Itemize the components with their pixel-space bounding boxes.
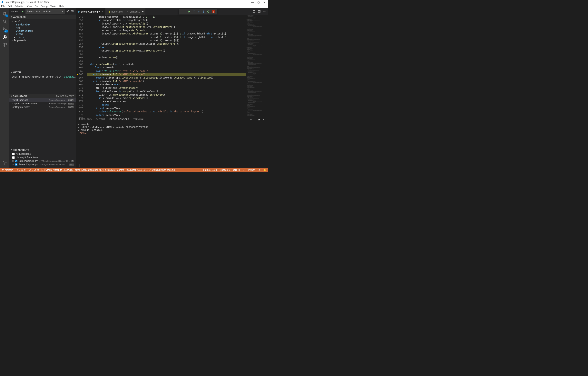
variable-row[interactable]: renderView: [10,23,76,26]
panel-tabs: PROBLEMS OUTPUT DEBUG CONSOLE TERMINAL ⊘… [76,116,268,122]
breakpoint-row[interactable]: ScreenCapture.pyC:\Program Files\Slicer … [10,163,76,166]
status-debug-target[interactable]: Python: Attach to Slicer (D) [41,169,73,171]
debug-console-icon[interactable] [71,10,74,13]
svg-rect-11 [5,43,6,45]
variable-row[interactable]: lm: [10,26,76,29]
svg-line-3 [5,22,6,23]
callstack-header[interactable]: ▾CALL STACK PAUSED ON STEP [10,94,76,98]
variables-header[interactable]: ▾VARIABLES [10,15,76,19]
tab-close-icon[interactable]: × [102,10,103,13]
menu-view[interactable]: View [27,5,32,8]
watch-header[interactable]: ▾WATCH [10,70,76,74]
svg-point-13 [4,162,5,163]
continue-button[interactable] [188,10,191,13]
menu-file[interactable]: File [1,5,5,8]
breakpoint-row[interactable]: ScreenCapture.pyS4\Modules\Scripted\Scre… [10,159,76,163]
callstack-list: viewFromNodeScreenCapture.py866:1capture… [10,98,76,109]
activity-extensions[interactable] [0,41,10,49]
callstack-frame[interactable]: viewFromNodeScreenCapture.py866:1 [10,98,76,102]
activity-explorer[interactable]: 1 [0,10,10,18]
menu-tasks[interactable]: Tasks [50,5,56,8]
menu-edit[interactable]: Edit [8,5,12,8]
status-branch[interactable]: master* [1,169,13,171]
step-out-button[interactable] [202,10,205,13]
activity-search[interactable] [0,18,10,25]
status-lang[interactable]: Python [248,169,255,171]
tab-debug-console[interactable]: DEBUG CONSOLE [110,118,129,122]
step-into-button[interactable] [198,10,200,13]
status-sync[interactable]: 0 3↓ 4↑ [15,169,26,171]
svg-rect-15 [71,10,73,12]
debug-config-toolbar: DEBUG Python: Attach to Slicer ▼ [10,8,76,15]
svg-point-9 [4,36,5,38]
svg-point-18 [203,12,204,12]
breakpoint-row[interactable]: All Exceptions [10,152,76,156]
debug-settings-icon[interactable] [66,10,69,13]
editor-tabs: ⬢ScreenCapture.py×{ }launch.json≡Untitle… [76,8,268,15]
line-gutter[interactable]: 8498508518528538548558568578588598608618… [76,15,87,116]
window-title: ScreenCapture.py - D - Visual Studio Cod… [5,1,251,3]
editor-area: ⬢ScreenCapture.py×{ }launch.json≡Untitle… [76,8,268,168]
stop-button[interactable]: ■ [212,10,215,13]
activity-debug[interactable] [0,33,10,41]
status-error-message[interactable]: error: Application does NOT exists [C:/P… [75,169,176,171]
toggle-panel-icon[interactable] [258,10,261,13]
status-feedback-icon[interactable]: ☺ [258,169,260,171]
clear-icon[interactable]: ⊘ [250,118,252,121]
editor-tab[interactable]: { }launch.json [106,8,125,15]
editor-tab[interactable]: ⬢ScreenCapture.py× [76,8,106,15]
statusbar: master* 0 3↓ 4↑ 0 0 Python: Attach to Sl… [0,168,268,172]
debug-config-select[interactable]: Python: Attach to Slicer ▼ [25,9,65,14]
svg-point-24 [2,170,2,171]
status-eol[interactable]: LF [242,169,245,171]
collapse-icon[interactable]: ⌃ [254,118,256,121]
panel-layout-icon[interactable]: ▣ [258,118,260,121]
vscode-logo-icon [1,1,3,3]
status-spaces[interactable]: Spaces: 2 [220,169,230,171]
breakpoint-row[interactable]: Uncaught Exceptions [10,156,76,159]
menu-debug[interactable]: Debug [41,5,47,8]
debug-console-output[interactable]: viewNode▸(MRMLCorePython.vtkMRMLViewNode… [76,122,268,163]
breakpoints-header[interactable]: ▾BREAKPOINTS [10,148,76,152]
editor-tab[interactable]: ≡Untitled-1 [125,8,145,15]
console-line: 'View1' [78,131,265,134]
svg-point-23 [2,169,2,170]
activity-settings[interactable] [0,159,10,167]
start-debug-button[interactable] [21,10,24,13]
minimap[interactable]: imageHeightOdd = (imageSize[1] & 1 == 1)… [246,15,268,116]
close-button[interactable]: ✕ [263,1,265,4]
activity-scm[interactable]: 97 [0,25,10,33]
svg-point-6 [5,29,6,30]
menu-help[interactable]: Help [59,5,64,8]
debug-console-input[interactable]: › [76,163,268,168]
titlebar: ScreenCapture.py - D - Visual Studio Cod… [0,0,268,4]
status-bell-icon[interactable]: 🔔 [263,169,266,171]
maximize-button[interactable]: ▢ [257,1,260,4]
variable-row[interactable]: ▸slicer: [10,36,76,39]
editor-body[interactable]: 8498508518528538548558568578588598608618… [76,15,268,116]
callstack-frame[interactable]: onCaptureButtonScreenCapture.py542:1 [10,105,76,109]
debug-floating-toolbar[interactable]: ⋮⋮ ■ [179,9,217,14]
menu-selection[interactable]: Selection [14,5,24,8]
restart-button[interactable] [207,10,210,13]
code-content[interactable]: imageHeightOdd = (imageSize[1] & 1 == 1)… [87,15,246,116]
console-line: viewNode [78,123,265,126]
svg-rect-0 [3,12,5,15]
minimize-button[interactable]: — [251,1,254,4]
menu-go[interactable]: Go [35,5,38,8]
step-over-button[interactable] [192,10,196,13]
status-ln-col[interactable]: Ln 866, Col 1 [203,169,217,171]
tab-output[interactable]: OUTPUT [96,118,105,120]
drag-handle-icon[interactable]: ⋮⋮ [181,10,186,13]
variable-row[interactable]: widgetIndex: [10,29,76,32]
variables-tree: ▾Local renderView: lm: widgetIndex: view… [10,19,76,43]
panel-close-icon[interactable]: ✕ [262,118,264,121]
variable-row[interactable]: view: [10,32,76,36]
sidebar: DEBUG Python: Attach to Slicer ▼ ▾VARIAB… [10,8,76,168]
status-encoding[interactable]: UTF-8 [233,169,240,171]
callstack-frame[interactable]: capture3dViewRotationScreenCapture.py955… [10,102,76,105]
status-errors[interactable]: 0 0 [29,169,39,171]
tab-terminal[interactable]: TERMINAL [133,118,145,120]
split-editor-icon[interactable] [252,10,255,13]
more-icon[interactable]: ⋯ [263,10,266,13]
